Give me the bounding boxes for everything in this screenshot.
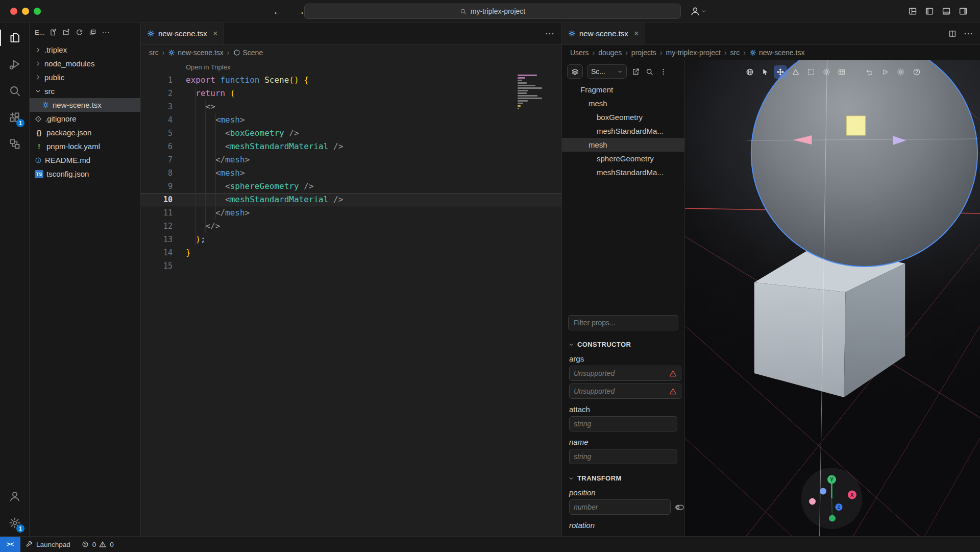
activity-bar-extensions[interactable]: 1 xyxy=(0,104,29,131)
layout-grid-button[interactable] xyxy=(908,7,917,16)
file-tree-item[interactable]: new-scene.tsx xyxy=(30,98,140,112)
code-line[interactable]: 4 <mesh> xyxy=(141,113,561,127)
tool-globe-button[interactable] xyxy=(743,65,756,79)
command-center-search[interactable]: my-triplex-project xyxy=(304,4,681,19)
code-line[interactable]: 9 <sphereGeometry /> xyxy=(141,180,561,193)
prop-input-attach[interactable] xyxy=(569,416,677,431)
scene-tree-item[interactable]: mesh xyxy=(562,97,684,110)
breadcrumb-item[interactable]: src xyxy=(730,49,740,57)
code-line[interactable]: 10 <meshStandardMaterial /> xyxy=(141,193,561,206)
triplex-tab-new-scene[interactable]: new-scene.tsx × xyxy=(562,22,645,44)
zoom-window-button[interactable] xyxy=(34,8,41,15)
prop-input-position[interactable] xyxy=(569,499,671,515)
panel-bottom-button[interactable] xyxy=(942,7,951,16)
prop-input-name[interactable] xyxy=(569,449,677,464)
breadcrumb-item[interactable]: Users xyxy=(570,49,589,57)
close-tab-icon[interactable]: × xyxy=(634,30,639,38)
close-tab-icon[interactable]: × xyxy=(213,30,217,38)
activity-bar-settings[interactable]: 1 xyxy=(0,510,29,536)
code-line[interactable]: 5 <boxGeometry /> xyxy=(141,127,561,140)
tool-marquee-button[interactable] xyxy=(804,65,818,79)
close-window-button[interactable] xyxy=(10,8,17,15)
scene-tree-item[interactable]: boxGeometry xyxy=(562,110,684,124)
scene-tree-item[interactable]: mesh xyxy=(562,138,684,152)
breadcrumb-item[interactable]: new-scene.tsx xyxy=(749,49,804,57)
refresh-button[interactable] xyxy=(76,29,83,36)
prop-input-field[interactable] xyxy=(574,503,666,511)
editor-tab-new-scene[interactable]: new-scene.tsx × xyxy=(141,22,224,44)
code-line[interactable]: 7 </mesh> xyxy=(141,153,561,166)
tool-light-button[interactable] xyxy=(820,65,833,79)
file-tree-item[interactable]: TStsconfig.json xyxy=(30,167,140,181)
breadcrumb-item[interactable]: Scene xyxy=(233,49,263,57)
file-tree-item[interactable]: {}package.json xyxy=(30,126,140,139)
breadcrumb-item[interactable]: my-triplex-project xyxy=(666,49,721,57)
axis-neg-x-handle[interactable] xyxy=(809,498,816,505)
breadcrumb-item[interactable]: douges xyxy=(598,49,622,57)
prop-input-field[interactable] xyxy=(574,369,666,377)
panel-left-button[interactable] xyxy=(925,7,934,16)
file-tree-item[interactable]: .triplex xyxy=(30,43,140,57)
file-tree-item[interactable]: node_modules xyxy=(30,57,140,70)
scene-tree-item[interactable]: Fragment xyxy=(562,83,684,97)
code-line[interactable]: 8 <mesh> xyxy=(141,166,561,180)
file-tree-item[interactable]: public xyxy=(30,70,140,84)
forward-button[interactable]: → xyxy=(295,6,305,16)
launchpad-status-item[interactable]: Launchpad xyxy=(20,537,76,552)
code-line[interactable]: 12 </> xyxy=(141,220,561,233)
prop-toggle[interactable] xyxy=(675,502,684,512)
help-button[interactable] xyxy=(910,65,923,79)
tool-triangle-button[interactable] xyxy=(789,65,802,79)
prop-input-field[interactable] xyxy=(574,387,666,395)
tool-grid-button[interactable] xyxy=(835,65,848,79)
prop-input-args[interactable] xyxy=(569,383,681,399)
filter-props-input[interactable] xyxy=(574,319,673,327)
prop-input-field[interactable] xyxy=(574,420,673,428)
activity-bar-explorer[interactable] xyxy=(0,25,29,51)
scene-select[interactable]: Sc... xyxy=(587,64,627,79)
scene-search-button[interactable] xyxy=(645,67,654,77)
file-tree-item[interactable]: README.md xyxy=(30,153,140,167)
tool-move-button[interactable] xyxy=(774,65,787,79)
more-actions-icon[interactable]: ⋯ xyxy=(545,29,554,38)
code-editor[interactable]: Open in Triplex 1export function Scene()… xyxy=(141,60,561,536)
scene-menu-button[interactable] xyxy=(658,67,668,77)
code-line[interactable]: 1export function Scene() { xyxy=(141,74,561,87)
code-line[interactable]: 2 return ( xyxy=(141,87,561,100)
prop-input-args[interactable] xyxy=(569,366,681,381)
split-editor-button[interactable] xyxy=(948,30,957,38)
file-tree-item[interactable]: .gitignore xyxy=(30,112,140,126)
activity-bar-remote-explorer[interactable] xyxy=(0,131,29,157)
activity-bar-search[interactable] xyxy=(0,78,29,104)
problems-status-item[interactable]: 0 0 xyxy=(76,537,119,552)
open-in-editor-button[interactable] xyxy=(631,67,641,77)
scene-tree-item[interactable]: meshStandardMa... xyxy=(562,165,684,179)
file-tree-item[interactable]: !pnpm-lock.yaml xyxy=(30,139,140,153)
code-line[interactable]: 3 <> xyxy=(141,100,561,113)
play-button[interactable] xyxy=(878,65,892,79)
settings-button[interactable] xyxy=(894,65,908,79)
prop-input-field[interactable] xyxy=(574,452,673,461)
activity-bar-run-debug[interactable] xyxy=(0,51,29,78)
axis-neg-z-handle[interactable] xyxy=(820,488,826,495)
section-header-constructor[interactable]: CONSTRUCTOR xyxy=(568,341,678,348)
breadcrumb-item[interactable]: src xyxy=(149,49,159,57)
file-tree-item[interactable]: src xyxy=(30,84,140,98)
breadcrumb-item[interactable]: projects xyxy=(631,49,656,57)
more-button[interactable]: ⋯ xyxy=(102,29,110,36)
panel-right-button[interactable] xyxy=(959,7,968,16)
more-actions-icon[interactable]: ⋯ xyxy=(964,29,973,38)
minimap[interactable] xyxy=(518,75,553,113)
code-line[interactable]: 15 xyxy=(141,259,561,273)
scene-tree-item[interactable]: meshStandardMa... xyxy=(562,124,684,138)
scene-layers-button[interactable] xyxy=(567,64,583,79)
code-line[interactable]: 13 ); xyxy=(141,233,561,246)
undo-button[interactable] xyxy=(863,65,876,79)
new-file-button[interactable] xyxy=(49,29,57,36)
back-button[interactable]: ← xyxy=(273,6,283,16)
code-line[interactable]: 14} xyxy=(141,246,561,259)
viewport-canvas[interactable]: Y X Z xyxy=(685,60,980,536)
remote-indicator[interactable]: >< xyxy=(0,537,20,552)
scene-tree-item[interactable]: sphereGeometry xyxy=(562,152,684,165)
code-line[interactable]: 6 <meshStandardMaterial /> xyxy=(141,140,561,153)
